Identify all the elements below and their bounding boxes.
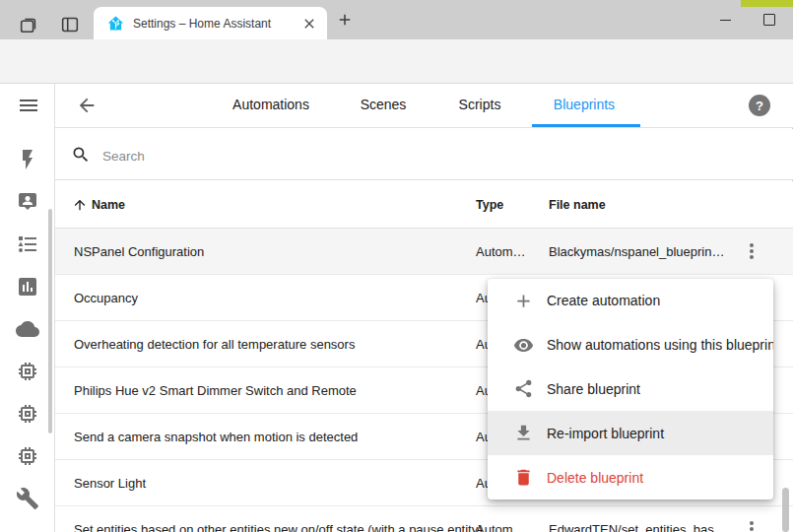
tab-scenes[interactable]: Scenes [361,97,407,112]
row-name: Set entities based on other entities new… [74,522,483,532]
menu-item-delete-blueprint[interactable]: Delete blueprint [488,455,773,499]
help-button[interactable]: ? [749,95,770,116]
browser-titlebar: Settings – Home Assistant [0,0,793,39]
row-name: Occupancy [74,291,138,305]
row-name: Sensor Light [74,476,146,491]
sidebar-item-list-icon[interactable] [16,233,39,256]
menu-item-label: Create automation [547,293,660,308]
menu-item-reimport-blueprint[interactable]: Re-import blueprint [488,411,773,455]
minimize-button[interactable] [714,10,736,30]
column-header-file[interactable]: File name [549,198,606,212]
browser-tab[interactable]: Settings – Home Assistant [94,7,327,39]
close-tab-icon[interactable] [301,16,317,32]
sidebar-scrollbar[interactable] [48,209,52,433]
menu-item-label: Re-import blueprint [547,426,664,441]
eye-icon [513,335,534,356]
row-file: Blackymas/nspanel_blueprin… [549,244,724,259]
menu-item-label: Share blueprint [547,381,640,397]
row-type: Autom… [476,522,526,532]
row-overflow-menu-icon[interactable] [740,239,763,263]
tab-scripts[interactable]: Scripts [459,97,501,112]
row-name: NSPanel Configuration [74,244,204,259]
sidebar-item-account-badge-icon[interactable] [16,190,39,214]
sidebar-item-chip-icon[interactable] [16,444,39,468]
tab-title: Settings – Home Assistant [133,17,296,31]
share-icon [513,378,534,399]
sidebar-item-flash-icon[interactable] [16,148,39,171]
tab-actions-icon[interactable] [18,14,39,35]
page-scrollbar[interactable] [782,488,789,532]
home-assistant-favicon-icon [107,15,124,32]
sidebar-item-cloud-icon[interactable] [16,317,39,341]
desktop-accent-strip [741,0,793,7]
tab-blueprints[interactable]: Blueprints [554,97,615,112]
workspaces-icon[interactable] [59,14,81,35]
table-row[interactable]: NSPanel Configuration Autom… Blackymas/n… [55,229,793,275]
column-header-name[interactable]: Name [92,198,125,212]
trash-icon [513,467,534,488]
sort-arrow-up-icon[interactable] [72,197,88,213]
plus-icon [513,291,534,311]
download-icon [513,423,534,443]
column-header-type[interactable]: Type [476,198,503,212]
menu-item-label: Delete blueprint [547,470,643,486]
search-bar [55,129,793,180]
table-row[interactable]: Set entities based on other entities new… [55,506,793,532]
menu-item-show-automations[interactable]: Show automations using this blueprint [488,323,773,367]
sidebar-item-chart-box-icon[interactable] [16,275,39,299]
ha-header: Automations Scenes Scripts Blueprints ? [55,84,793,128]
ha-sidebar [0,84,55,532]
row-file: EdwardTEN/set_entities_bas… [549,522,727,532]
tab-automations[interactable]: Automations [232,97,309,112]
row-name: Send a camera snapshot when motion is de… [74,430,358,444]
menu-hamburger-icon[interactable] [17,94,40,117]
sidebar-item-chip-icon[interactable] [16,360,39,383]
maximize-button[interactable] [759,10,780,30]
active-tab-underline [532,124,640,127]
table-header: Name Type File name [55,181,793,229]
sidebar-item-wrench-icon[interactable] [16,487,39,510]
new-tab-icon[interactable] [336,11,354,29]
row-overflow-menu-icon[interactable] [740,517,763,532]
search-input[interactable] [100,143,735,168]
menu-item-label: Show automations using this blueprint [547,337,773,353]
browser-window: Settings – Home Assistant Not secure hom… [0,0,793,532]
sidebar-item-chip-icon[interactable] [16,402,39,426]
browser-toolbar: Not secure homeassistant.local:8123/... … [0,39,793,84]
row-name: Philips Hue v2 Smart Dimmer Switch and R… [74,383,357,398]
row-type: Autom… [476,244,526,259]
row-name: Overheating detection for all temperatur… [74,337,355,352]
blueprint-context-menu: Create automation Show automations using… [488,279,773,499]
menu-item-share-blueprint[interactable]: Share blueprint [488,367,773,412]
search-icon [71,145,91,165]
back-arrow-icon[interactable] [76,95,98,116]
menu-item-create-automation[interactable]: Create automation [488,279,773,323]
